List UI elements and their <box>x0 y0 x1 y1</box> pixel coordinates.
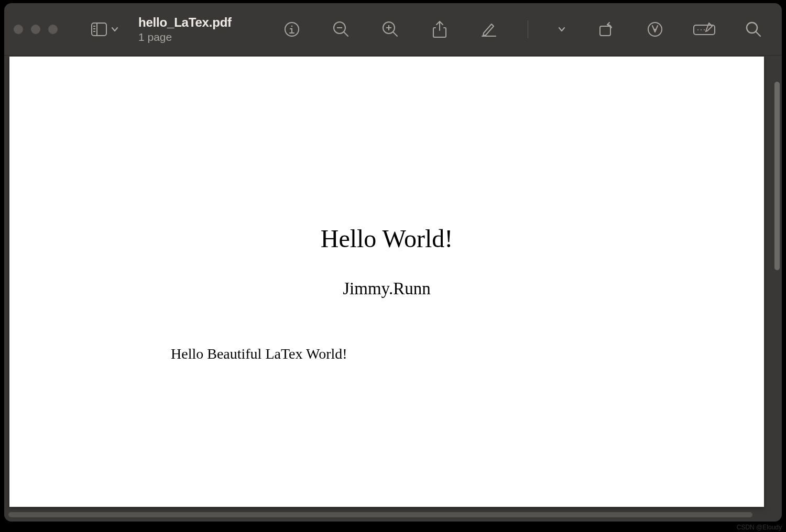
markup-button[interactable] <box>478 19 499 40</box>
search-icon <box>746 21 761 37</box>
markup-dropdown-button[interactable] <box>556 19 567 40</box>
svg-point-19 <box>697 29 698 30</box>
svg-line-13 <box>393 32 397 36</box>
document-title: Hello World! <box>9 224 764 253</box>
document-filename: hello_LaTex.pdf <box>138 15 232 30</box>
sidebar-icon <box>91 23 107 36</box>
rotate-button[interactable] <box>595 19 616 40</box>
horizontal-scrollbar[interactable] <box>8 512 752 517</box>
zoom-in-button[interactable] <box>380 19 401 40</box>
svg-point-21 <box>704 29 705 30</box>
zoom-out-icon <box>333 21 350 38</box>
vertical-scrollbar[interactable] <box>774 82 780 270</box>
toolbar-separator <box>528 20 528 38</box>
document-viewport[interactable]: Hello World! Jimmy.Runn Hello Beautiful … <box>4 56 782 522</box>
chevron-down-icon <box>111 27 118 32</box>
document-page-count: 1 page <box>138 31 232 43</box>
share-button[interactable] <box>429 19 450 40</box>
svg-line-23 <box>756 32 760 36</box>
toolbar <box>281 19 772 40</box>
pdf-page: Hello World! Jimmy.Runn Hello Beautiful … <box>9 57 764 507</box>
svg-point-20 <box>701 29 702 30</box>
pdf-viewer-window: hello_LaTex.pdf 1 page <box>4 3 782 522</box>
sidebar-toggle-group[interactable] <box>91 23 118 36</box>
document-author: Jimmy.Runn <box>9 279 764 298</box>
form-fill-icon <box>693 23 715 36</box>
close-button[interactable] <box>14 25 23 34</box>
fullscreen-button[interactable] <box>48 25 58 34</box>
pencil-icon <box>481 21 497 37</box>
rotate-icon <box>598 21 614 37</box>
inspector-button[interactable] <box>281 19 302 40</box>
zoom-out-button[interactable] <box>331 19 352 40</box>
window-controls <box>14 25 58 34</box>
highlight-button[interactable] <box>645 19 665 40</box>
highlight-icon <box>647 21 663 37</box>
titlebar: hello_LaTex.pdf 1 page <box>4 3 782 56</box>
form-fill-button[interactable] <box>694 19 715 40</box>
watermark: CSDN @Eloudy <box>737 524 782 531</box>
svg-point-22 <box>747 23 757 33</box>
svg-point-6 <box>291 25 293 27</box>
search-button[interactable] <box>743 19 764 40</box>
document-body-text: Hello Beautiful LaTex World! <box>171 346 764 362</box>
svg-line-9 <box>344 32 348 36</box>
zoom-in-icon <box>382 21 399 38</box>
title-block: hello_LaTex.pdf 1 page <box>138 15 232 43</box>
svg-rect-15 <box>600 26 610 36</box>
minimize-button[interactable] <box>31 25 40 34</box>
chevron-down-icon <box>558 27 565 32</box>
share-icon <box>432 20 447 38</box>
info-icon <box>284 21 300 37</box>
